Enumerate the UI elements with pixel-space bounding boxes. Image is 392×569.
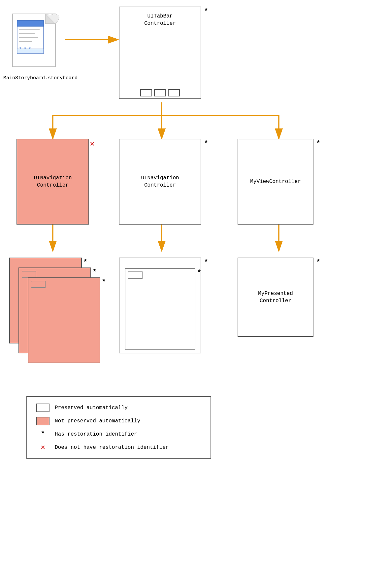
tab2	[154, 89, 166, 96]
nav-stack-frame3	[28, 277, 100, 363]
svg-rect-10	[17, 20, 44, 26]
nav-stack1-asterisk: *	[83, 258, 87, 267]
nav2child-inner-asterisk: *	[197, 269, 201, 277]
legend-no-restoration-label: Does not have restoration identifier	[55, 445, 169, 450]
nav-stack2-asterisk: *	[92, 268, 97, 276]
uinav2-asterisk: *	[204, 139, 208, 148]
uitabbar-controller-box: UITabBarController	[119, 7, 201, 99]
storyboard-icon: ★ ★ ★	[10, 10, 63, 73]
legend-row-preserved: Preserved automatically	[36, 404, 201, 412]
uinav1-x: ✕	[90, 139, 94, 148]
mypresented-box: MyPresentedController	[238, 258, 313, 337]
nav-stack3-asterisk: *	[102, 278, 106, 286]
nav2-child-inner	[125, 268, 195, 350]
legend-row-not-preserved: Not preserved automatically	[36, 417, 201, 425]
mypresented-asterisk: *	[316, 258, 320, 267]
tab3	[168, 89, 180, 96]
uinav1-box: UINavigationController	[16, 139, 89, 225]
tabbar-tabs	[140, 89, 180, 96]
legend-row-no-restoration: ✕ Does not have restoration identifier	[36, 443, 201, 452]
uitabbar-asterisk: *	[204, 7, 208, 16]
legend-x-symbol: ✕	[36, 443, 49, 452]
nav2child-asterisk: *	[204, 258, 208, 267]
legend-row-has-restoration: * Has restoration identifier	[36, 430, 201, 438]
tab1	[140, 89, 152, 96]
svg-rect-16	[17, 49, 44, 53]
legend-asterisk-symbol: *	[36, 430, 49, 438]
legend-swatch-red	[36, 417, 49, 425]
legend-swatch-white	[36, 404, 49, 412]
legend-not-preserved-label: Not preserved automatically	[55, 418, 140, 424]
diagram-container: ★ ★ ★ MainStoryboard.storyboard UITabBar…	[0, 0, 392, 569]
myview-box: MyViewController	[238, 139, 313, 225]
legend-preserved-label: Preserved automatically	[55, 405, 128, 411]
legend: Preserved automatically Not preserved au…	[26, 396, 211, 459]
storyboard-label: MainStoryboard.storyboard	[3, 75, 78, 81]
legend-has-restoration-label: Has restoration identifier	[55, 431, 137, 437]
uinav2-box: UINavigationController	[119, 139, 201, 225]
myview-asterisk: *	[316, 139, 320, 148]
